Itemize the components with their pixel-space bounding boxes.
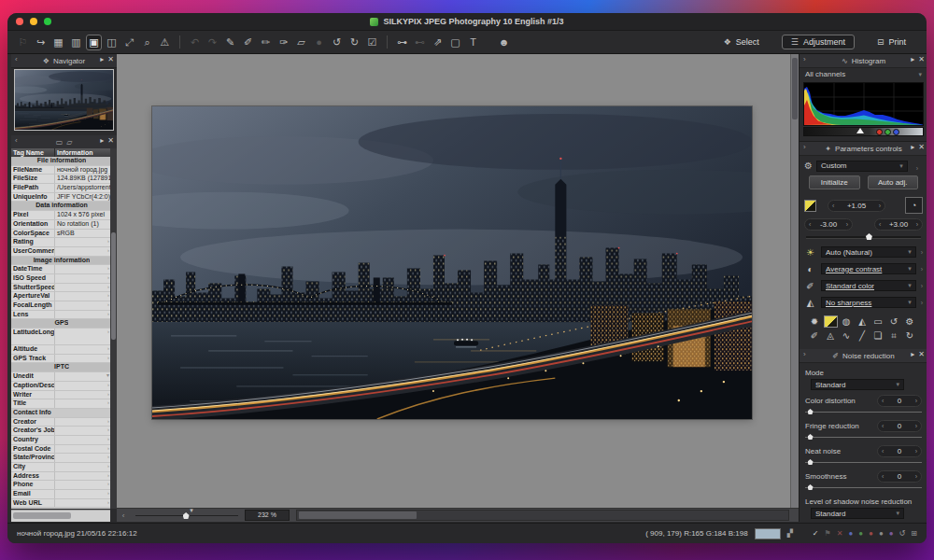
table-row[interactable]: Image information (11, 257, 110, 266)
table-row[interactable]: Lens› (11, 311, 110, 320)
line-tool-icon[interactable]: ╱ (855, 329, 870, 343)
table-row[interactable]: Rating› (11, 238, 110, 247)
table-row[interactable]: FilePath/Users/appstorrent (11, 184, 110, 193)
canvas-vertical-scrollbar[interactable] (790, 54, 799, 509)
shadow-noise-dropdown[interactable]: Standard ▾ (811, 508, 904, 519)
mark-blue-icon[interactable]: ● (848, 529, 853, 538)
table-row[interactable]: GPS (11, 319, 110, 329)
table-row[interactable]: Image information (11, 508, 110, 509)
table-row[interactable]: DateTime› (11, 265, 110, 274)
comment-icon[interactable]: ▭ (56, 138, 64, 147)
compare-view-icon[interactable]: ◫ (104, 35, 120, 50)
color-step-icon[interactable]: › (921, 283, 923, 289)
table-row[interactable]: Pixel1024 x 576 pixel (11, 211, 110, 220)
metadata-vertical-scrollbar[interactable] (110, 148, 117, 509)
white-balance-dropdown[interactable]: Auto (Natural)▾ (821, 246, 916, 258)
flag-icon[interactable]: ⚐ (15, 35, 31, 50)
zoom-slider[interactable]: ▾ (135, 511, 238, 519)
dodge-tool-icon[interactable]: ◍ (839, 315, 855, 329)
auto-adjust-button[interactable]: Auto adj. (868, 175, 919, 189)
sharpness-step-icon[interactable]: › (921, 300, 923, 306)
contrast-dropdown[interactable]: Average contrast▾ (821, 263, 916, 274)
noise-slider-thumb[interactable] (808, 434, 814, 440)
panel-menu-icon[interactable]: ▸ (911, 143, 914, 151)
settings-tool-icon[interactable]: ⚙ (902, 315, 918, 329)
export-icon[interactable]: ⇗ (430, 35, 446, 50)
table-row[interactable]: Creator› (11, 418, 110, 427)
dodge-tool-icon[interactable]: ✏ (258, 35, 274, 50)
table-row[interactable]: Altitude› (11, 345, 110, 355)
panel-close-icon[interactable]: ✕ (918, 55, 925, 63)
table-row[interactable]: Writer› (11, 391, 110, 400)
initialize-button[interactable]: Initialize (809, 175, 860, 189)
fine-color-tool-icon[interactable]: ∿ (839, 329, 855, 343)
account-icon[interactable]: ☻ (496, 35, 512, 50)
send-to-icon[interactable]: ↪ (33, 35, 49, 50)
sharpness-dropdown[interactable]: No sharpness▾ (821, 297, 916, 308)
table-row[interactable]: Email› (11, 490, 110, 499)
thumbnail-view-icon[interactable]: ▦ (50, 35, 66, 50)
table-row[interactable]: OrientationNo rotation (1) (11, 220, 110, 230)
spotting-tool-icon[interactable]: ✑ (276, 35, 291, 50)
noise-value-spinner[interactable]: ‹0› (877, 470, 922, 483)
warning-display-icon[interactable]: ⚠ (157, 35, 173, 50)
contrast-step-icon[interactable]: › (921, 266, 923, 273)
refresh-tool-icon[interactable]: ↻ (902, 329, 918, 343)
blue-marker[interactable] (893, 129, 899, 135)
table-row[interactable]: Title› (11, 399, 110, 409)
noise-slider[interactable] (805, 408, 922, 415)
noise-slider[interactable] (805, 433, 922, 441)
rotate-right-icon[interactable]: ↻ (347, 35, 362, 50)
white-balance-step-icon[interactable]: › (921, 249, 923, 256)
check-display-icon[interactable]: ☑ (364, 35, 380, 50)
table-row[interactable]: Creator's Jobti› (11, 427, 110, 436)
noise-slider-thumb[interactable] (808, 484, 814, 490)
noise-slider-thumb[interactable] (808, 459, 814, 465)
table-row[interactable]: State/Province› (11, 454, 110, 463)
table-row[interactable]: Caption/Descr› (11, 382, 110, 391)
noise-slider[interactable] (805, 458, 922, 466)
main-photo[interactable] (152, 106, 752, 419)
image-canvas[interactable]: ‹ ▾ 232 % (117, 54, 799, 522)
table-row[interactable]: Web URL› (11, 499, 110, 509)
table-row[interactable]: LatitudeLongit› (11, 329, 110, 345)
noise-slider[interactable] (805, 483, 922, 491)
paste-parameters-icon[interactable]: ⊷ (412, 35, 428, 50)
select-button[interactable]: ❖Select (715, 35, 769, 49)
wb-tool-icon[interactable]: ✹ (807, 315, 823, 329)
channel-selector[interactable]: All channels ▾ (800, 68, 927, 80)
adjustment-button[interactable]: ☰Adjustment (782, 35, 855, 49)
gray-balance-tool-icon[interactable]: ✎ (222, 35, 238, 50)
folder-icon[interactable]: ▱ (66, 138, 72, 147)
green-marker[interactable] (884, 129, 891, 135)
list-icon[interactable]: ⊞ (911, 529, 917, 538)
frame-tool-icon[interactable]: ▭ (870, 315, 886, 329)
exposure-tool-icon[interactable]: ◪ (824, 315, 838, 328)
table-row[interactable]: GPS Track› (11, 355, 110, 364)
panel-close-icon[interactable]: ✕ (107, 136, 114, 145)
collapse-left-icon[interactable]: ‹ (15, 136, 18, 145)
table-row[interactable]: File information (11, 157, 110, 166)
table-row[interactable]: Data information (11, 202, 110, 211)
table-row[interactable]: Contact Info (11, 409, 110, 418)
panel-menu-icon[interactable]: ▸ (100, 136, 104, 145)
noise-value-spinner[interactable]: ‹0› (877, 420, 922, 432)
table-row[interactable]: UniqueInfoJFIF YCbCr(4:2:0)Pro (11, 193, 110, 203)
panel-menu-icon[interactable]: ▸ (100, 55, 104, 63)
text-tool-icon[interactable]: T (465, 35, 481, 50)
dropper-tool-icon[interactable]: ✐ (807, 329, 823, 343)
table-row[interactable]: Postal Code› (11, 445, 110, 455)
partial-correction-tool-icon[interactable]: ◬ (823, 329, 839, 343)
information-column-header[interactable]: Information (55, 148, 110, 157)
confirm-check-icon[interactable]: ✓ (813, 529, 819, 538)
histogram-range-slider[interactable] (803, 127, 924, 136)
mark-red-icon[interactable]: ● (869, 529, 873, 538)
mode-dropdown[interactable]: Standard ▾ (811, 379, 904, 390)
tag-name-column-header[interactable]: Tag Name (11, 148, 55, 157)
single-view-icon[interactable]: ▣ (86, 35, 102, 50)
noise-slider-thumb[interactable] (808, 409, 814, 414)
mark-purple-icon[interactable]: ● (889, 529, 894, 538)
layers-tool-icon[interactable]: ❏ (870, 329, 886, 343)
copy-parameters-icon[interactable]: ⊶ (394, 35, 410, 50)
metadata-horizontal-scrollbar[interactable] (11, 510, 110, 522)
